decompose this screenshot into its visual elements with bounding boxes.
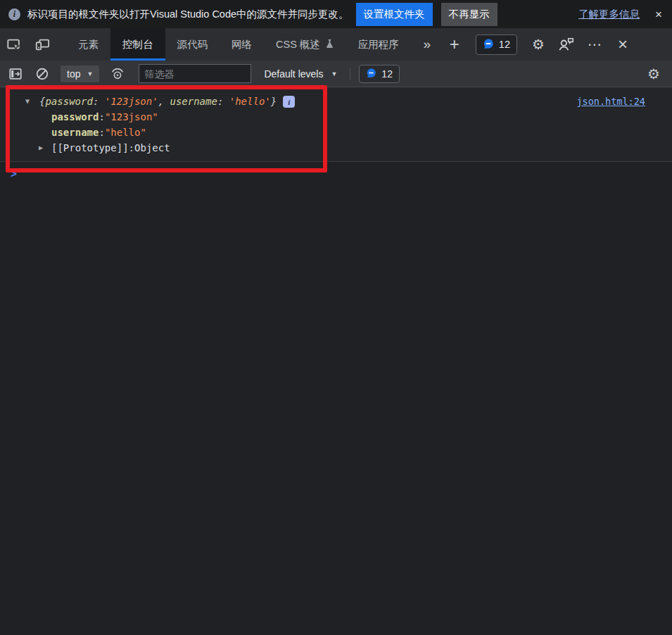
issues-bubble-icon — [483, 38, 494, 51]
more-tabs-icon[interactable]: » — [414, 28, 439, 61]
console-prompt[interactable]: > — [0, 162, 672, 180]
property-colon: : — [99, 125, 104, 140]
issues-counter[interactable]: 12 — [476, 34, 517, 55]
console-settings-gear-icon[interactable]: ⚙ — [642, 64, 665, 84]
chevron-down-icon: ▼ — [87, 70, 93, 77]
property-key: password — [51, 109, 99, 125]
info-icon: i — [8, 8, 20, 20]
preview-value: 'hello' — [229, 96, 271, 107]
close-devtools-icon[interactable]: × — [610, 28, 635, 61]
tab-label: 元素 — [78, 38, 99, 51]
prototype-colon: : — [129, 140, 134, 156]
device-toolbar-icon[interactable] — [28, 28, 56, 61]
preview-colon: : — [217, 96, 229, 107]
preview-key: username — [170, 96, 217, 107]
console-issues-counter[interactable]: 12 — [359, 65, 400, 83]
panel-tabs: 元素 控制台 源代码 网络 CSS 概述 应用程序 — [66, 28, 411, 61]
value-info-icon: i — [283, 96, 295, 108]
tab-label: 网络 — [232, 38, 252, 51]
chevron-down-icon: ▼ — [331, 70, 337, 77]
tab-label: 控制台 — [122, 38, 153, 51]
notification-close-icon[interactable]: × — [655, 8, 662, 20]
execution-context-selector[interactable]: top ▼ — [61, 65, 99, 82]
beaker-icon — [325, 39, 334, 51]
notification-bar: i 标识项目的根文件夹以打开Visual Studio Code中的源文件并同步… — [0, 0, 672, 28]
tree-expanded-icon[interactable]: ▼ — [25, 94, 39, 109]
levels-label: Default levels — [264, 68, 323, 80]
tab-network[interactable]: 网络 — [220, 28, 264, 61]
tab-application[interactable]: 应用程序 — [346, 28, 411, 61]
toolbar-divider — [350, 68, 350, 80]
source-location-link[interactable]: json.html:24 — [576, 94, 645, 109]
prototype-value: Object — [134, 140, 170, 156]
prompt-chevron-icon: > — [11, 168, 17, 180]
devtools-tab-bar: 元素 控制台 源代码 网络 CSS 概述 应用程序 » + — [0, 28, 672, 61]
console-toolbar: top ▼ Default levels ▼ 12 ⚙ — [0, 61, 672, 87]
issues-bubble-icon — [366, 68, 376, 80]
tab-label: CSS 概述 — [276, 38, 320, 51]
console-log-area: ▼ {password: '123json', username: 'hello… — [0, 87, 672, 162]
set-root-folder-button[interactable]: 设置根文件夹 — [356, 3, 433, 26]
prototype-label: [[Prototype]] — [51, 140, 129, 156]
console-filter-input[interactable] — [139, 64, 251, 83]
object-property-row: username : "hello" — [0, 125, 672, 140]
inspect-element-icon[interactable] — [0, 28, 28, 61]
preview-value: '123json' — [105, 96, 158, 107]
overflow-menu-icon[interactable]: ⋯ — [582, 28, 607, 61]
context-label: top — [67, 68, 80, 80]
console-sidebar-toggle-icon[interactable] — [4, 64, 27, 84]
tab-elements[interactable]: 元素 — [66, 28, 110, 61]
property-value: "hello" — [105, 125, 146, 140]
prototype-row: ▶ [[Prototype]] : Object — [0, 140, 672, 156]
tabbar-right-controls: » + 12 ⚙ ⋯ × — [414, 28, 635, 61]
tree-collapsed-icon[interactable]: ▶ — [39, 140, 51, 156]
settings-gear-icon[interactable]: ⚙ — [526, 28, 551, 61]
tab-css-overview[interactable]: CSS 概述 — [264, 28, 346, 61]
dont-show-again-button[interactable]: 不再显示 — [441, 3, 497, 26]
preview-comma: , — [158, 96, 170, 107]
learn-more-link[interactable]: 了解更多信息 — [578, 8, 640, 21]
issues-count: 12 — [381, 68, 393, 80]
property-colon: : — [99, 109, 104, 125]
add-tab-icon[interactable]: + — [442, 28, 467, 61]
tab-sources[interactable]: 源代码 — [165, 28, 220, 61]
preview-colon: : — [93, 96, 105, 107]
notification-message: 标识项目的根文件夹以打开Visual Studio Code中的源文件并同步更改… — [27, 8, 349, 21]
clear-console-icon[interactable] — [31, 64, 53, 84]
feedback-person-icon[interactable] — [554, 28, 579, 61]
issues-count: 12 — [499, 39, 510, 50]
property-value: "123json" — [105, 109, 158, 125]
object-preview: {password: '123json', username: 'hello'} — [39, 94, 277, 109]
preview-key: password — [45, 96, 92, 107]
tab-console[interactable]: 控制台 — [110, 28, 165, 61]
live-expression-eye-icon[interactable] — [106, 64, 129, 84]
log-levels-selector[interactable]: Default levels ▼ — [255, 68, 345, 80]
preview-brace: } — [271, 96, 277, 107]
tab-label: 应用程序 — [358, 38, 399, 51]
console-object-preview-row: ▼ {password: '123json', username: 'hello… — [0, 94, 672, 109]
object-property-row: password : "123json" — [0, 109, 672, 125]
property-key: username — [51, 125, 99, 140]
tab-label: 源代码 — [177, 38, 208, 51]
